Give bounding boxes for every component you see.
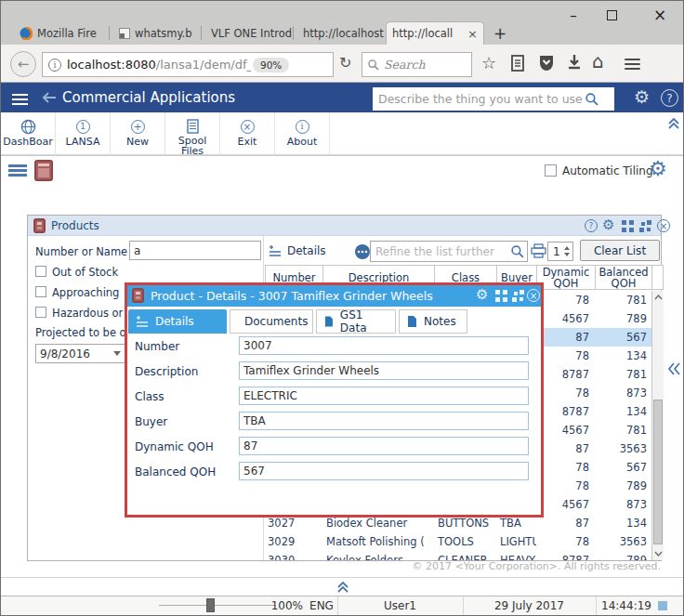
- out-of-stock-checkbox[interactable]: [35, 266, 46, 277]
- table-row[interactable]: 3029Matsoft Polishing (TOOLSLIGHTU783563: [265, 532, 651, 551]
- expand-statusbar-chevron-icon[interactable]: [336, 580, 349, 594]
- bookmark-star-icon[interactable]: ☆: [481, 53, 496, 72]
- app-settings-gear-icon[interactable]: ⚙: [634, 86, 650, 107]
- zoom-badge[interactable]: 90%: [253, 58, 289, 72]
- ribbon-item-lansa[interactable]: 1 LANSA: [56, 112, 111, 155]
- column-header[interactable]: Dynamic QOH: [536, 265, 595, 290]
- modal-tab-details[interactable]: Details: [128, 309, 227, 334]
- description-field[interactable]: [239, 361, 529, 380]
- table-cell: 4567: [536, 309, 595, 328]
- products-titlebar[interactable]: Products ? ⚙ ×: [28, 216, 661, 236]
- tab-separator: [201, 26, 202, 40]
- refine-search-box[interactable]: Refine the list further: [370, 241, 528, 262]
- browser-menu-icon[interactable]: [625, 56, 640, 72]
- name-filter-input[interactable]: [129, 241, 261, 260]
- collapse-ribbon-chevron-icon[interactable]: [667, 116, 680, 130]
- scroll-down-arrow[interactable]: [654, 551, 663, 557]
- buyer-field[interactable]: [239, 412, 529, 430]
- spinner-arrows[interactable]: [564, 246, 570, 256]
- search-icon[interactable]: [585, 92, 598, 106]
- search-icon[interactable]: [510, 244, 524, 258]
- reload-icon[interactable]: ↻: [339, 54, 351, 72]
- url-text: localhost:8080/lansa1/dem/df_oexe: [67, 58, 251, 72]
- browser-search-box[interactable]: Search: [362, 52, 472, 77]
- modal-tab-notes[interactable]: Notes: [399, 309, 467, 334]
- maximize-button[interactable]: [607, 10, 617, 20]
- modal-titlebar[interactable]: Product - Details - 3007 Tamiflex Grinde…: [127, 285, 541, 307]
- table-cell: 134: [595, 514, 651, 532]
- close-button[interactable]: ×: [650, 6, 670, 25]
- table-cell: HEAVYI: [496, 551, 536, 560]
- zoom-slider-track[interactable]: [159, 605, 275, 606]
- ribbon-item-about[interactable]: i About: [275, 112, 330, 155]
- class-field[interactable]: [239, 387, 529, 405]
- approaching-checkbox[interactable]: [35, 286, 46, 297]
- app-back-arrow-icon[interactable]: [40, 88, 59, 107]
- download-icon[interactable]: [567, 54, 582, 71]
- globe-icon: [20, 119, 36, 135]
- site-info-icon[interactable]: i: [48, 59, 61, 72]
- reading-list-icon[interactable]: [511, 55, 524, 72]
- app-search-box[interactable]: Describe the thing you want to use: [373, 87, 614, 111]
- more-options-icon[interactable]: [354, 243, 371, 260]
- app-menu-icon[interactable]: [12, 91, 28, 108]
- zoom-slider-thumb[interactable]: [206, 598, 215, 612]
- ribbon-item-exit[interactable]: × Exit: [220, 112, 275, 155]
- window-tile-icon[interactable]: [34, 160, 53, 181]
- tile-restore-icon[interactable]: [512, 290, 524, 302]
- date-picker[interactable]: 9/8/2016: [35, 344, 125, 363]
- number-field[interactable]: [239, 336, 529, 355]
- clear-list-button[interactable]: Clear List: [580, 240, 660, 261]
- details-button[interactable]: Details: [269, 241, 326, 261]
- browser-tab-active[interactable]: http://locall ×: [386, 21, 484, 45]
- info-circle-icon: i: [296, 120, 309, 134]
- browser-tab[interactable]: VLF ONE Introd: [205, 21, 292, 45]
- window-gear-icon[interactable]: ⚙: [602, 216, 614, 233]
- balanced-qoh-field[interactable]: [239, 462, 529, 480]
- product-book-icon: [132, 288, 144, 303]
- ribbon-item-new[interactable]: + New: [111, 112, 165, 155]
- table-cell: CLEANER: [434, 551, 496, 560]
- app-search-placeholder: Describe the thing you want to use: [373, 92, 585, 106]
- print-icon[interactable]: [531, 243, 546, 258]
- new-tab-button[interactable]: +: [493, 24, 506, 43]
- modal-tab-documents[interactable]: Documents: [230, 309, 313, 334]
- collapse-panel-chevron-icon[interactable]: [666, 361, 680, 376]
- modal-close-icon[interactable]: ×: [527, 289, 540, 302]
- workspace-menu-icon[interactable]: [8, 163, 27, 178]
- browser-tab[interactable]: http://localhost: [297, 21, 384, 45]
- ribbon-item-spool-files[interactable]: Spool Files: [165, 112, 220, 155]
- pocket-shield-icon[interactable]: [538, 54, 555, 72]
- browser-tab[interactable]: Mozilla Fire: [14, 21, 108, 45]
- back-button[interactable]: ←: [10, 51, 36, 77]
- browser-window: – × Mozilla Fire whatsmy.b VLF ONE Intro…: [0, 0, 684, 616]
- scroll-up-arrow[interactable]: [654, 295, 663, 300]
- document-icon: [407, 315, 417, 328]
- table-cell: 781: [595, 365, 651, 384]
- app-help-icon[interactable]: ?: [661, 89, 678, 107]
- column-header[interactable]: Balanced QOH: [595, 265, 651, 290]
- modal-gear-icon[interactable]: ⚙: [476, 286, 488, 303]
- url-bar[interactable]: i localhost:8080/lansa1/dem/df_oexe 90%: [42, 52, 334, 77]
- tile-expand-icon[interactable]: [495, 290, 507, 302]
- table-scrollbar[interactable]: [651, 291, 664, 560]
- window-close-icon[interactable]: ×: [657, 219, 670, 232]
- dynamic-qoh-field[interactable]: [239, 437, 529, 455]
- home-icon[interactable]: ⌂: [592, 50, 604, 72]
- browser-tab[interactable]: whatsmy.b: [113, 21, 200, 45]
- ribbon-item-dashboard[interactable]: DashBoar: [1, 112, 56, 155]
- copyright-text: © 2017 <Your Corporation>. All rights re…: [280, 560, 661, 573]
- table-row[interactable]: 3030Kevlex FoldersCLEANERHEAVYI8787789: [265, 551, 651, 560]
- page-spinner[interactable]: 1: [547, 242, 573, 261]
- window-help-icon[interactable]: ?: [585, 219, 598, 232]
- minimize-button[interactable]: –: [563, 7, 584, 25]
- hazardous-checkbox[interactable]: [35, 307, 46, 318]
- tile-restore-icon[interactable]: [639, 220, 651, 232]
- auto-tiling-checkbox[interactable]: [545, 164, 557, 177]
- tab-close-icon[interactable]: ×: [467, 27, 478, 41]
- tiling-settings-gear-icon[interactable]: ⚙: [649, 157, 667, 180]
- modal-tab-gs1-data[interactable]: GS1 Data: [316, 309, 396, 334]
- details-button-label: Details: [287, 244, 326, 257]
- scrollbar-thumb[interactable]: [653, 400, 663, 544]
- tile-expand-icon[interactable]: [622, 220, 634, 232]
